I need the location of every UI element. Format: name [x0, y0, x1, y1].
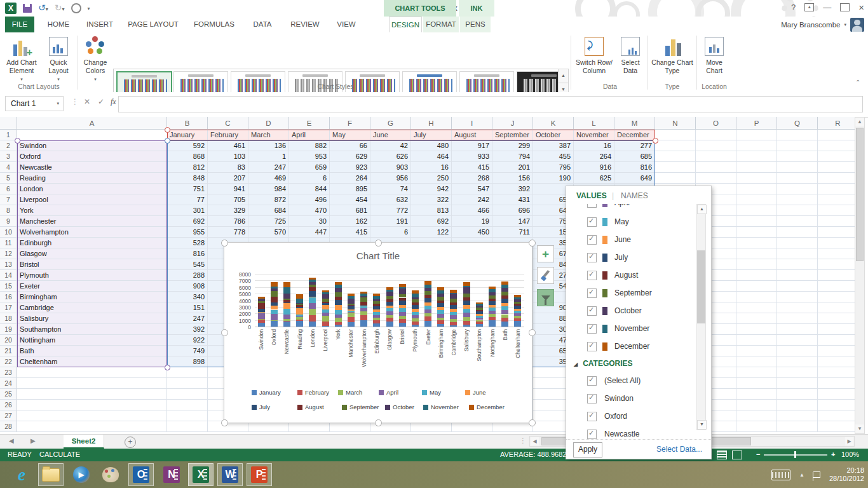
bar-segment-march-nottingham[interactable] — [489, 314, 496, 316]
cell-value[interactable]: 136 — [248, 140, 289, 151]
cell-month-april[interactable]: April — [289, 130, 330, 140]
row-header-20[interactable]: 20 — [0, 335, 17, 346]
cell-empty[interactable] — [818, 313, 855, 324]
bar-segment-december-swindon[interactable] — [258, 297, 265, 299]
checkbox[interactable] — [587, 217, 597, 227]
column-header-G[interactable]: G — [370, 117, 411, 130]
cell-city-swindon[interactable]: Swindon — [17, 140, 167, 151]
cell-value[interactable]: 632 — [370, 194, 411, 205]
cell-city-bath[interactable]: Bath — [17, 346, 167, 356]
x-axis-label-york[interactable]: York — [335, 329, 341, 340]
cell-empty[interactable] — [818, 335, 855, 346]
bar-segment-june-swindon[interactable] — [258, 312, 265, 313]
x-axis-label-southampton[interactable]: Southampton — [476, 329, 482, 362]
bar-segment-march-newcastle[interactable] — [283, 319, 290, 321]
select-data-link[interactable]: Select Data... — [656, 445, 702, 454]
tab-insert[interactable]: INSERT — [81, 17, 118, 32]
cell-value[interactable]: 816 — [614, 162, 655, 173]
cell-value[interactable]: 705 — [208, 194, 248, 205]
cell-value[interactable]: 795 — [533, 162, 574, 173]
bar-segment-february-swindon[interactable] — [258, 320, 265, 323]
chart-selection-handle[interactable] — [221, 419, 228, 426]
cell-value[interactable]: 684 — [248, 205, 289, 216]
cell-value[interactable]: 496 — [289, 194, 330, 205]
cell-value[interactable]: 450 — [452, 227, 492, 238]
zoom-slider-thumb[interactable] — [794, 451, 796, 458]
bar-segment-january-edinburgh[interactable] — [373, 323, 380, 327]
range-handle[interactable] — [15, 138, 20, 144]
cell-value[interactable]: 329 — [208, 205, 248, 216]
checkbox[interactable] — [587, 324, 597, 334]
column-header-Q[interactable]: Q — [777, 117, 818, 130]
bar-segment-january-wolverhampton[interactable] — [360, 320, 367, 327]
bar-segment-november-swindon[interactable] — [258, 299, 265, 299]
bar-segment-december-nottingham[interactable] — [489, 287, 496, 289]
cell-empty[interactable] — [818, 130, 855, 140]
row-header-21[interactable]: 21 — [0, 346, 17, 356]
cell-empty[interactable] — [167, 421, 208, 432]
cell-value[interactable]: 387 — [533, 140, 574, 151]
cell-month-july[interactable]: July — [411, 130, 452, 140]
cell-empty[interactable] — [777, 389, 818, 400]
bar-segment-december-manchester[interactable] — [348, 294, 355, 296]
cell-value[interactable]: 242 — [452, 194, 492, 205]
column-header-K[interactable]: K — [533, 117, 574, 130]
select-all-corner[interactable] — [0, 117, 17, 130]
bar-segment-january-york[interactable] — [335, 325, 342, 327]
y-tick-label[interactable]: 2000 — [226, 311, 251, 317]
excel-logo-icon[interactable]: X — [5, 3, 17, 14]
bar-segment-february-glasgow[interactable] — [386, 318, 393, 321]
cell-empty[interactable] — [736, 227, 777, 238]
cell-empty[interactable] — [736, 194, 777, 205]
tab-page-layout[interactable]: PAGE LAYOUT — [123, 17, 183, 32]
cell-city-nottingham[interactable]: Nottingham — [17, 335, 167, 346]
cell-empty[interactable] — [17, 400, 167, 410]
cell-month-october[interactable]: October — [533, 130, 574, 140]
cell-empty[interactable] — [736, 324, 777, 335]
cell-empty[interactable] — [777, 130, 818, 140]
bar-segment-january-cambridge[interactable] — [450, 325, 457, 327]
row-header-22[interactable]: 22 — [0, 356, 17, 367]
chart-selection-handle[interactable] — [529, 329, 536, 336]
cell-empty[interactable] — [736, 367, 777, 378]
column-header-H[interactable]: H — [411, 117, 452, 130]
bar-segment-march-reading[interactable] — [296, 316, 303, 320]
cell-value[interactable]: 942 — [411, 184, 452, 194]
cell-empty[interactable] — [777, 313, 818, 324]
cell-empty[interactable] — [736, 173, 777, 184]
cell-value[interactable]: 207 — [208, 173, 248, 184]
cell-value[interactable]: 749 — [167, 346, 208, 356]
row-header-6[interactable]: 6 — [0, 184, 17, 194]
cell-value[interactable]: 415 — [330, 227, 370, 238]
bar-segment-november-cheltenham[interactable] — [514, 297, 521, 299]
taskbar-icon-internet-explorer[interactable]: e — [9, 463, 34, 486]
bar-segment-october-birmingham[interactable] — [437, 294, 444, 297]
bar-segment-july-cambridge[interactable] — [450, 305, 457, 309]
bar-segment-march-york[interactable] — [335, 318, 342, 322]
checkbox[interactable] — [587, 430, 597, 439]
row-header-11[interactable]: 11 — [0, 238, 17, 248]
x-axis-label-oxford[interactable]: Oxford — [271, 329, 277, 346]
bar-segment-january-swindon[interactable] — [258, 323, 265, 327]
bar-segment-march-cheltenham[interactable] — [514, 316, 521, 318]
cell-value[interactable]: 19 — [452, 216, 492, 227]
cell-empty[interactable] — [696, 162, 736, 173]
bar-segment-july-reading[interactable] — [296, 307, 303, 309]
bar-segment-january-salisbury[interactable] — [463, 325, 470, 327]
cell-empty[interactable] — [736, 389, 777, 400]
bar-segment-april-swindon[interactable] — [258, 313, 265, 319]
cell-value[interactable]: 288 — [167, 270, 208, 281]
add-chart-element-button[interactable]: + Add Chart Element▾ — [3, 36, 41, 83]
touch-mode-icon[interactable] — [71, 3, 81, 13]
cell-empty[interactable] — [655, 151, 696, 162]
cell-empty[interactable] — [736, 140, 777, 151]
cell-empty[interactable] — [818, 378, 855, 389]
bar-segment-june-salisbury[interactable] — [463, 305, 470, 309]
cell-value[interactable]: 431 — [492, 194, 533, 205]
bar-segment-may-york[interactable] — [335, 310, 342, 315]
cell-city-exeter[interactable]: Exeter — [17, 281, 167, 292]
cell-value[interactable]: 299 — [492, 140, 533, 151]
close-icon[interactable]: × — [858, 2, 864, 13]
bar-segment-april-reading[interactable] — [296, 316, 303, 317]
bar-segment-february-exeter[interactable] — [424, 316, 431, 320]
